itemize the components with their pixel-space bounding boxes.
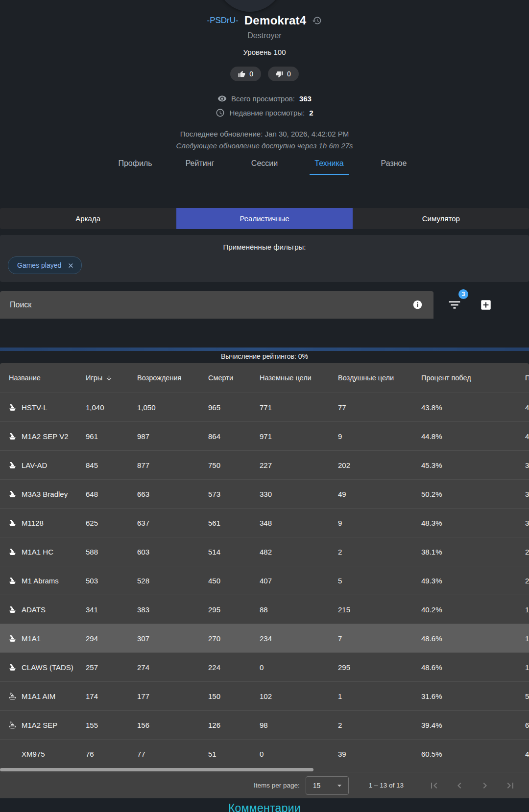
cell-next: 1 [525, 634, 529, 643]
cell-name: M3A3 Bradley [0, 490, 86, 498]
table-header-row: НазваниеИгрыВозрожденияСмертиНаземные це… [0, 363, 529, 393]
cell-winrate: 45.3% [421, 461, 525, 469]
cell-winrate: 39.4% [421, 721, 525, 729]
cell-spawns: 637 [137, 519, 208, 527]
cell-air: 9 [338, 432, 421, 441]
column-header-ground[interactable]: Наземные цели [260, 374, 338, 382]
page-range-label: 1 – 13 of 13 [369, 782, 404, 789]
column-header-deaths[interactable]: Смерти [208, 374, 260, 382]
cell-name: XM975 [0, 750, 86, 758]
mode-realistic[interactable]: Реалистичные [176, 208, 352, 229]
info-icon[interactable] [412, 300, 423, 310]
table-row[interactable]: M1A2 SEP15515612698239.4%6 [0, 710, 529, 739]
mode-simulator[interactable]: Симулятор [353, 208, 529, 229]
cell-winrate: 40.2% [421, 605, 525, 614]
column-header-winrate[interactable]: Процент побед [421, 374, 525, 382]
table-row[interactable]: M1A1294307270234748.6%1 [0, 624, 529, 652]
cell-next: 5 [525, 692, 529, 700]
tank-icon [9, 548, 16, 556]
table-row[interactable]: M1A1 AIM174177150102131.6%5 [0, 681, 529, 710]
cell-ground: 330 [260, 490, 338, 498]
cell-next: 4 [525, 403, 529, 412]
like-button[interactable]: 0 [230, 67, 261, 81]
cell-winrate: 48.3% [421, 519, 525, 527]
vehicle-name: M1 Abrams [22, 577, 59, 585]
mode-arcade[interactable]: Аркада [0, 208, 176, 229]
cell-name: M1A2 SEP [0, 721, 86, 729]
column-header-label: Воздушные цели [338, 374, 394, 382]
next-page-button[interactable] [479, 780, 491, 791]
vehicle-name: M3A3 Bradley [22, 490, 68, 498]
column-header-next[interactable]: П [525, 374, 529, 382]
cell-winrate: 49.3% [421, 577, 525, 585]
add-filter-button[interactable] [480, 299, 492, 311]
horizontal-scrollbar[interactable] [0, 768, 529, 772]
cell-games: 588 [86, 548, 137, 556]
column-header-spawns[interactable]: Возрождения [137, 374, 208, 382]
plus-icon [480, 299, 492, 311]
table-row[interactable]: M1A2 SEP V2961987864971944.8%4 [0, 421, 529, 450]
table-row[interactable]: M1128625637561348948.3%3 [0, 508, 529, 537]
cell-deaths: 561 [208, 519, 260, 527]
column-header-name[interactable]: Название [0, 374, 86, 382]
tab-misc[interactable]: Разное [361, 159, 426, 177]
scrollbar-thumb[interactable] [0, 768, 313, 771]
column-header-games[interactable]: Игры [86, 374, 137, 382]
cell-deaths: 573 [208, 490, 260, 498]
cell-ground: 348 [260, 519, 338, 527]
cell-name: M1A2 SEP V2 [0, 432, 86, 441]
clan-tag[interactable]: -PSDrU- [207, 16, 239, 25]
cell-spawns: 528 [137, 577, 208, 585]
table-row[interactable]: M3A3 Bradley6486635733304950.2%3 [0, 479, 529, 508]
profile-header: -PSDrU- Demokrat4 Destroyer Уровень 100 … [0, 0, 529, 177]
cell-name: M1A1 HC [0, 548, 86, 556]
cell-air: 2 [338, 548, 421, 556]
filter-chip[interactable]: Games played [8, 256, 82, 274]
column-header-air[interactable]: Воздушные цели [338, 374, 421, 382]
column-header-label: Смерти [208, 374, 233, 382]
table-row[interactable]: XM97576775103960.5%4 [0, 739, 529, 768]
table-row[interactable]: M1 Abrams503528450407549.3%2 [0, 566, 529, 595]
main-tabs: ПрофильРейтингСессииТехникаРазное [0, 159, 529, 177]
cell-deaths: 126 [208, 721, 260, 729]
cell-air: 202 [338, 461, 421, 469]
cell-winrate: 48.6% [421, 663, 525, 672]
vehicle-name: HSTV-L [22, 403, 48, 412]
last-page-button[interactable] [505, 780, 516, 791]
cell-name: M1 Abrams [0, 577, 86, 585]
tab-rating[interactable]: Рейтинг [168, 159, 232, 177]
vehicle-name: M1A1 HC [22, 548, 53, 556]
tab-profile[interactable]: Профиль [103, 159, 168, 177]
cell-deaths: 965 [208, 403, 260, 412]
vehicle-name: M1A2 SEP V2 [22, 432, 69, 441]
cell-games: 503 [86, 577, 137, 585]
dislike-button[interactable]: 0 [268, 67, 299, 81]
tab-vehicles[interactable]: Техника [297, 159, 361, 177]
tab-sessions[interactable]: Сессии [232, 159, 297, 177]
cell-winrate: 43.8% [421, 403, 525, 412]
history-icon[interactable] [312, 16, 322, 25]
table-row[interactable]: HSTV-L1,0401,0509657717743.8%4 [0, 393, 529, 421]
items-per-page-select[interactable]: 15 [306, 776, 349, 795]
sort-desc-icon[interactable] [105, 374, 113, 382]
tank-icon [9, 577, 16, 584]
filter-button[interactable]: 3 [447, 298, 462, 312]
cell-deaths: 150 [208, 692, 260, 700]
cell-deaths: 514 [208, 548, 260, 556]
close-icon[interactable] [67, 262, 74, 269]
table-row[interactable]: M1A1 HC588603514482238.1%2 [0, 537, 529, 566]
filter-chip-label: Games played [17, 261, 61, 269]
first-page-button[interactable] [428, 780, 440, 791]
comments-title: Комментарии [228, 802, 301, 812]
cell-air: 295 [338, 663, 421, 672]
applied-filters-panel: Применённые фильтры: Games played [0, 235, 529, 282]
cell-spawns: 383 [137, 605, 208, 614]
table-row[interactable]: ADATS3413832958821540.2%1 [0, 595, 529, 624]
cell-next: 4 [525, 432, 529, 441]
table-row[interactable]: CLAWS (TADS)257274224029548.6%1 [0, 652, 529, 681]
table-row[interactable]: LAV-AD84587775022720245.3%3 [0, 450, 529, 479]
total-views-label: Всего просмотров: [231, 94, 295, 103]
search-input[interactable]: Поиск [0, 291, 433, 319]
prev-page-button[interactable] [454, 780, 465, 791]
cell-deaths: 450 [208, 577, 260, 585]
